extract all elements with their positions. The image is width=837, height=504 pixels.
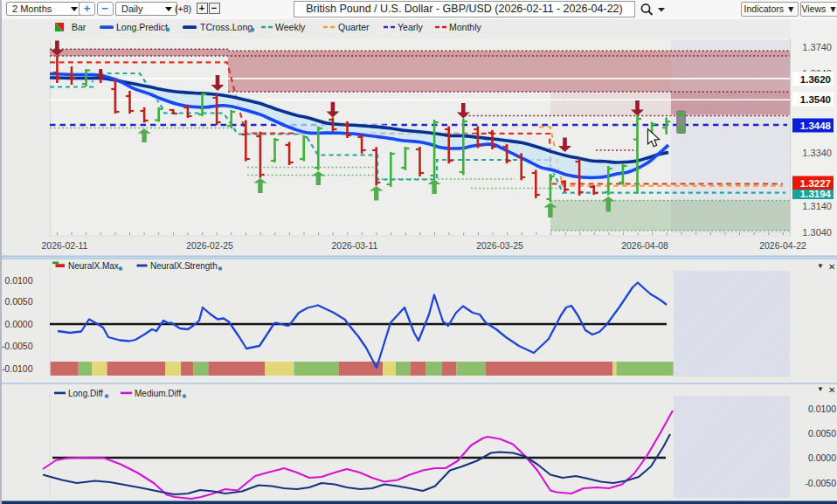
svg-text:▼: ▼: [817, 385, 824, 393]
svg-text:1.3227: 1.3227: [800, 178, 831, 189]
svg-text:0.0000: 0.0000: [808, 452, 836, 463]
svg-text:2026-04-08: 2026-04-08: [621, 240, 668, 251]
svg-text:Quarter: Quarter: [338, 22, 370, 32]
svg-text:0.0050: 0.0050: [808, 428, 836, 438]
svg-text:2026-04-22: 2026-04-22: [759, 240, 806, 251]
svg-text:1.3194: 1.3194: [800, 189, 832, 199]
svg-text:0.0000: 0.0000: [4, 319, 32, 329]
svg-text:1.3540: 1.3540: [800, 94, 831, 105]
svg-text:0.0100: 0.0100: [4, 275, 32, 286]
svg-text:NeuralX.Strength: NeuralX.Strength: [150, 261, 218, 271]
svg-text:Long.Predict: Long.Predict: [116, 22, 168, 32]
svg-text:Long.Diff: Long.Diff: [68, 389, 103, 398]
svg-text:Medium.Diff: Medium.Diff: [135, 389, 181, 398]
svg-text:2026-02-25: 2026-02-25: [186, 240, 233, 251]
svg-text:1.3448: 1.3448: [800, 121, 832, 131]
svg-text:Bar: Bar: [72, 22, 86, 32]
svg-text:✕: ✕: [828, 385, 835, 395]
svg-text:1.3040: 1.3040: [802, 227, 832, 238]
svg-text:1.3740: 1.3740: [802, 42, 832, 52]
svg-text:TCross.Long: TCross.Long: [200, 22, 252, 32]
svg-text:Monthly: Monthly: [449, 22, 482, 32]
svg-text:✕: ✕: [828, 262, 835, 272]
svg-text:0.0050: 0.0050: [4, 296, 32, 307]
svg-text:Weekly: Weekly: [275, 22, 306, 32]
svg-text:1.3340: 1.3340: [802, 148, 832, 158]
svg-text:-0.0100: -0.0100: [2, 363, 33, 374]
svg-text:-0.0050: -0.0050: [805, 478, 836, 488]
svg-text:2026-03-25: 2026-03-25: [476, 240, 523, 251]
svg-text:NeuralX.Max: NeuralX.Max: [68, 261, 119, 271]
svg-text:Yearly: Yearly: [398, 22, 424, 32]
svg-text:2026-03-11: 2026-03-11: [332, 240, 378, 251]
svg-text:2026-02-11: 2026-02-11: [42, 240, 88, 251]
svg-text:-0.0050: -0.0050: [2, 341, 33, 351]
svg-text:0.0100: 0.0100: [808, 404, 836, 414]
svg-text:1.3620: 1.3620: [800, 74, 831, 85]
svg-text:1.3140: 1.3140: [802, 201, 832, 211]
svg-text:▼: ▼: [817, 262, 824, 270]
